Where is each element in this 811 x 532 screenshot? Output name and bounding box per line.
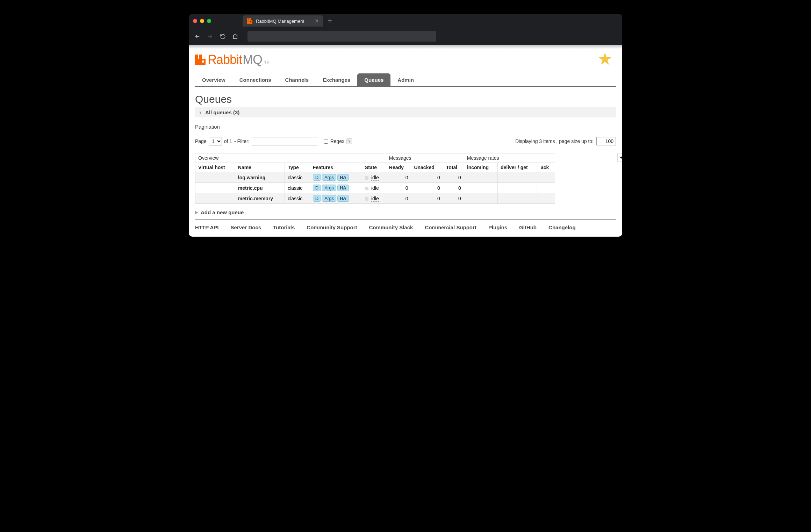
cell-ready: 0: [386, 172, 411, 183]
col-type[interactable]: Type: [285, 163, 310, 172]
cell-unacked: 0: [411, 172, 443, 183]
cell-deliver: [497, 193, 538, 204]
cell-type: classic: [285, 183, 310, 193]
new-tab-button[interactable]: +: [328, 17, 332, 25]
rabbitmq-favicon-icon: [247, 18, 252, 24]
col-unacked[interactable]: Unacked: [411, 163, 443, 172]
cell-deliver: [497, 172, 538, 183]
feature-badge: HA: [337, 174, 349, 181]
cell-state: idle: [362, 193, 386, 204]
footer-server-docs[interactable]: Server Docs: [231, 224, 261, 230]
cell-type: classic: [285, 193, 310, 204]
col-features[interactable]: Features: [310, 163, 362, 172]
triangle-right-icon: ▶: [195, 210, 198, 215]
cell-state: idle: [362, 183, 386, 193]
regex-label: Regex: [330, 138, 344, 144]
regex-checkbox[interactable]: [324, 139, 328, 144]
footer-http-api[interactable]: HTTP API: [195, 224, 219, 230]
table-row: metric.cpuclassicDArgsHAidle000: [195, 183, 555, 193]
svg-rect-7: [202, 60, 204, 63]
cell-total: 0: [443, 172, 464, 183]
star-icon[interactable]: ★: [597, 49, 612, 69]
all-queues-header[interactable]: ▼ All queues (3): [195, 107, 616, 117]
window-controls: [193, 19, 211, 23]
footer-changelog[interactable]: Changelog: [548, 224, 576, 230]
all-queues-label: All queues (3): [205, 109, 239, 115]
svg-rect-3: [250, 21, 251, 22]
col-vhost[interactable]: Virtual host: [195, 163, 235, 172]
cell-ack: [538, 183, 555, 193]
footer-links: HTTP API Server Docs Tutorials Community…: [195, 219, 616, 237]
nav-queues[interactable]: Queues: [357, 73, 390, 86]
queues-table: Overview Messages Message rates Virtual …: [195, 153, 555, 204]
cell-unacked: 0: [411, 183, 443, 193]
rabbitmq-logo[interactable]: RabbitMQ TM: [195, 52, 270, 67]
home-icon[interactable]: [232, 33, 238, 39]
col-total[interactable]: Total: [443, 163, 464, 172]
window-minimize-button[interactable]: [200, 19, 204, 23]
svg-rect-2: [247, 20, 252, 24]
nav-channels[interactable]: Channels: [278, 73, 316, 86]
col-incoming[interactable]: incoming: [464, 163, 497, 172]
state-dot-icon: [365, 197, 368, 201]
nav-exchanges[interactable]: Exchanges: [316, 73, 357, 86]
cell-total: 0: [443, 183, 464, 193]
cell-name[interactable]: log.warning: [235, 172, 285, 183]
window-close-button[interactable]: [193, 19, 197, 23]
page-content: RabbitMQ TM ★ Overview Connections Chann…: [189, 45, 622, 237]
col-state[interactable]: State: [362, 163, 386, 172]
add-queue-toggle[interactable]: ▶ Add a new queue: [195, 209, 616, 215]
pager-row: Page 1 of 1 - Filter: Regex ? Displaying…: [195, 137, 616, 145]
col-deliver[interactable]: deliver / get: [497, 163, 538, 172]
pagination-label: Pagination: [195, 124, 616, 132]
feature-badge: Args: [322, 185, 336, 191]
columns-toggle-button[interactable]: +/-: [617, 153, 622, 162]
page-size-input[interactable]: [596, 137, 616, 145]
cell-vhost: [195, 183, 235, 193]
browser-tab[interactable]: RabbitMQ Management ✕: [243, 15, 323, 27]
svg-rect-5: [199, 55, 202, 59]
col-name[interactable]: Name: [235, 163, 285, 172]
of-label: of 1: [224, 138, 232, 144]
feature-badge: HA: [337, 195, 349, 202]
regex-help-icon[interactable]: ?: [346, 138, 352, 144]
nav-overview[interactable]: Overview: [195, 73, 232, 86]
nav-connections[interactable]: Connections: [232, 73, 278, 86]
svg-rect-1: [249, 18, 251, 20]
footer-community-support[interactable]: Community Support: [307, 224, 357, 230]
footer-community-slack[interactable]: Community Slack: [369, 224, 413, 230]
nav-admin[interactable]: Admin: [390, 73, 421, 86]
url-bar[interactable]: [247, 31, 436, 42]
footer-tutorials[interactable]: Tutorials: [273, 224, 295, 230]
page-select[interactable]: 1: [209, 137, 222, 145]
group-header-overview: Overview: [195, 153, 386, 163]
feature-badge: D: [313, 185, 321, 191]
forward-icon[interactable]: [207, 33, 213, 39]
cell-name[interactable]: metric.memory: [235, 193, 285, 204]
cell-total: 0: [443, 193, 464, 204]
feature-badge: D: [313, 195, 321, 202]
reload-icon[interactable]: [220, 33, 226, 39]
cell-ready: 0: [386, 193, 411, 204]
add-queue-label: Add a new queue: [201, 209, 244, 215]
filter-label: - Filter:: [234, 138, 250, 144]
window-zoom-button[interactable]: [207, 19, 211, 23]
footer-plugins[interactable]: Plugins: [488, 224, 507, 230]
group-header-rates: Message rates: [464, 153, 555, 163]
filter-input[interactable]: [252, 137, 318, 145]
tab-close-icon[interactable]: ✕: [315, 18, 319, 24]
col-ready[interactable]: Ready: [386, 163, 411, 172]
triangle-down-icon: ▼: [199, 110, 202, 115]
footer-github[interactable]: GitHub: [519, 224, 537, 230]
footer-commercial-support[interactable]: Commercial Support: [425, 224, 476, 230]
cell-incoming: [464, 172, 497, 183]
cell-name[interactable]: metric.cpu: [235, 183, 285, 193]
logo-text-rabbit: Rabbit: [208, 52, 242, 67]
col-ack[interactable]: ack: [538, 163, 555, 172]
back-icon[interactable]: [194, 33, 201, 39]
state-dot-icon: [365, 187, 368, 190]
cell-ack: [538, 172, 555, 183]
feature-badge: D: [313, 174, 321, 181]
browser-window: RabbitMQ Management ✕ + RabbitMQ TM: [189, 14, 622, 237]
cell-incoming: [464, 193, 497, 204]
